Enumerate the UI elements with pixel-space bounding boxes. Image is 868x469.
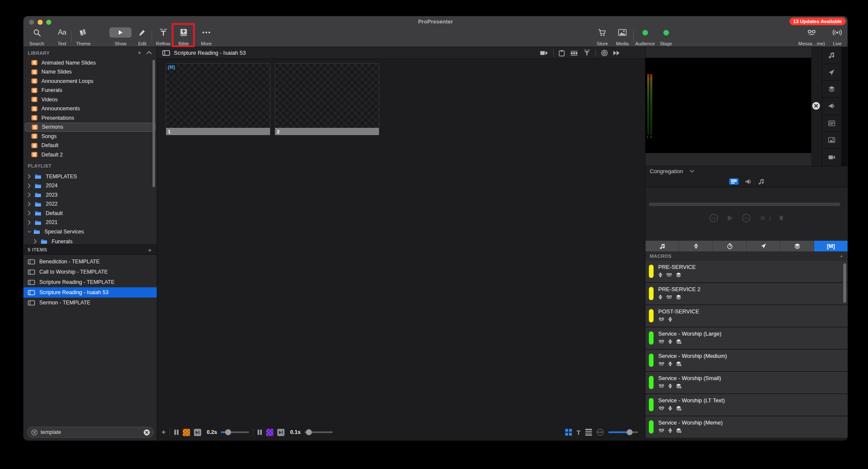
- transition-duration-slider[interactable]: [221, 429, 249, 435]
- clear-filter-icon[interactable]: [144, 429, 150, 436]
- macro-row[interactable]: POST-SERVICE: [645, 305, 847, 327]
- skip-transition-icon[interactable]: [277, 429, 284, 436]
- record-target-icon[interactable]: [601, 50, 608, 56]
- library-item[interactable]: Default: [23, 141, 157, 150]
- macro-row[interactable]: PRE-SERVICE 2: [645, 283, 847, 304]
- add-item-button[interactable]: +: [148, 246, 152, 254]
- macro-row[interactable]: Service - Worship (Small): [645, 372, 847, 393]
- chevron-right-icon[interactable]: [28, 174, 31, 179]
- playlist-document-item[interactable]: Sermon - TEMPLATE: [23, 298, 157, 308]
- tab-macros-selected[interactable]: [M]: [814, 241, 847, 251]
- playlist-item[interactable]: 2023: [23, 190, 157, 200]
- chevron-right-icon[interactable]: [28, 192, 31, 197]
- stage-message-tab[interactable]: [822, 115, 841, 132]
- skip-transition-icon[interactable]: [194, 429, 201, 436]
- library-item-selected[interactable]: Sermons: [25, 123, 155, 132]
- edit-button[interactable]: Edit: [134, 27, 151, 46]
- props-tab[interactable]: [822, 132, 841, 149]
- add-macro-button[interactable]: +: [840, 253, 843, 260]
- macro-row[interactable]: Service - Worship (Medium): [645, 350, 847, 371]
- library-item[interactable]: Name Slides: [23, 68, 157, 77]
- reflow-button[interactable]: Reflow: [153, 27, 173, 46]
- playlist-document-item-selected[interactable]: Scripture Reading - Isaiah 53: [23, 287, 157, 298]
- play-icon[interactable]: [727, 215, 733, 221]
- list-view-icon[interactable]: [585, 429, 592, 435]
- tab-audience-look[interactable]: [679, 241, 713, 251]
- audio-bin-tab[interactable]: [822, 47, 841, 64]
- more-button[interactable]: More: [197, 27, 216, 46]
- copy-board-icon[interactable]: [559, 50, 565, 56]
- chevron-right-icon[interactable]: [34, 239, 37, 244]
- pause-bars-icon[interactable]: [257, 429, 262, 435]
- library-item[interactable]: Announcement Loops: [23, 77, 157, 86]
- tab-timers[interactable]: [713, 241, 747, 251]
- playlist-item[interactable]: Default: [23, 209, 157, 218]
- filter-input[interactable]: [41, 429, 135, 435]
- text-button[interactable]: Aa Text: [53, 27, 70, 46]
- library-item[interactable]: Presentations: [23, 113, 157, 123]
- audience-button[interactable]: Audience: [633, 27, 657, 46]
- message-button[interactable]: Messa…me): [796, 27, 827, 46]
- skip-back-15-icon[interactable]: 15: [710, 214, 718, 222]
- playlist-document-item[interactable]: Benediction - TEMPLATE: [23, 257, 157, 267]
- chevron-right-icon[interactable]: [28, 211, 31, 215]
- slide-text-mode-icon-selected[interactable]: [729, 178, 739, 185]
- megaphone-icon[interactable]: [745, 179, 752, 185]
- text-view-icon[interactable]: T: [577, 429, 581, 436]
- playlist-document-item[interactable]: Call to Worship - TEMPLATE: [23, 267, 157, 277]
- add-library-button[interactable]: +: [138, 49, 141, 56]
- library-item[interactable]: Videos: [23, 95, 157, 104]
- clear-output-button[interactable]: [812, 102, 820, 110]
- library-item[interactable]: Songs: [23, 132, 157, 141]
- tab-messages[interactable]: [747, 241, 780, 251]
- pause-bars-icon[interactable]: [174, 429, 179, 435]
- playlist-item[interactable]: 2022: [23, 200, 157, 209]
- music-icon[interactable]: [758, 178, 764, 185]
- marker-icon[interactable]: [779, 215, 783, 221]
- video-input-tab[interactable]: [822, 149, 841, 166]
- messages-send-tab[interactable]: [822, 64, 841, 81]
- slide-loop-icon[interactable]: [570, 50, 578, 56]
- chevron-right-icon[interactable]: [28, 202, 31, 206]
- slide-thumbnail-2[interactable]: 2: [275, 63, 379, 135]
- auto-advance-icon[interactable]: [540, 50, 548, 56]
- chevron-right-icon[interactable]: [28, 220, 31, 225]
- transition-duration-slider[interactable]: [305, 429, 333, 435]
- chevron-down-icon[interactable]: [28, 230, 31, 233]
- skip-forward-15-icon[interactable]: 15: [742, 214, 751, 222]
- playlist-item[interactable]: 2024: [23, 181, 157, 191]
- transition-purple-icon[interactable]: [266, 429, 273, 436]
- macro-row[interactable]: Service - Worship (LT Text): [645, 394, 847, 416]
- tab-audio[interactable]: [645, 241, 679, 251]
- library-item[interactable]: Animated Name Slides: [23, 58, 157, 68]
- skip-30-icon[interactable]: -30→|: [759, 216, 771, 221]
- add-slide-button[interactable]: +: [161, 428, 166, 437]
- playlist-child-item[interactable]: Funerals: [23, 237, 157, 245]
- playlist-item[interactable]: 2021: [23, 218, 157, 227]
- macro-row[interactable]: Service - Worship (Meme): [645, 416, 847, 438]
- slide-thumbnail-1[interactable]: [M] 1: [166, 63, 270, 135]
- media-progress-bar[interactable]: [649, 203, 840, 206]
- theme-button[interactable]: Theme: [73, 27, 94, 46]
- playlist-document-item[interactable]: Scripture Reading - TEMPLATE: [23, 277, 157, 287]
- stage-button[interactable]: Stage: [657, 27, 675, 46]
- updates-available-badge[interactable]: 13 Updates Available: [789, 18, 846, 25]
- library-item[interactable]: Announcements: [23, 104, 157, 114]
- view-options-icon[interactable]: •••: [597, 429, 604, 436]
- skip-forward-icon[interactable]: [613, 50, 620, 56]
- tab-layers[interactable]: [780, 241, 814, 251]
- playlist-item-expanded[interactable]: Special Services: [23, 227, 157, 236]
- text-reflow-icon[interactable]: [584, 50, 590, 56]
- announcements-tab[interactable]: [822, 98, 841, 115]
- sidebar-filter-field[interactable]: [27, 427, 154, 438]
- library-item[interactable]: Default 2: [23, 150, 157, 159]
- store-button[interactable]: Store: [593, 27, 612, 46]
- thumbnail-zoom-slider[interactable]: [608, 429, 638, 435]
- output-selector[interactable]: Congregation: [645, 166, 847, 176]
- live-button[interactable]: Live: [828, 27, 846, 46]
- media-button[interactable]: Media: [613, 27, 632, 46]
- macros-scrollbar[interactable]: [843, 263, 846, 303]
- show-button[interactable]: Show: [107, 27, 134, 46]
- chevron-right-icon[interactable]: [28, 183, 31, 188]
- collapse-library-icon[interactable]: [147, 51, 152, 54]
